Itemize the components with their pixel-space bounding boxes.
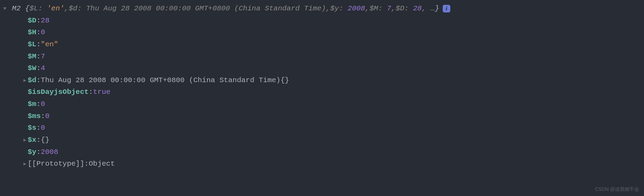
- property-value: 0: [45, 110, 49, 122]
- property-key: $H: [28, 27, 36, 39]
- property-key: $s: [28, 122, 36, 134]
- property-value: {}: [41, 134, 49, 146]
- property-row[interactable]: ▶ $M: 7: [0, 51, 644, 63]
- preview-comma: ,: [365, 3, 370, 15]
- preview-item-4: $D: 28: [396, 3, 422, 15]
- property-key: $M: [28, 51, 36, 63]
- property-key: $ms: [28, 110, 41, 122]
- property-key: $d: [28, 75, 36, 87]
- property-row[interactable]: ▶ $m: 0: [0, 98, 644, 110]
- property-row[interactable]: ▶ $s: 0: [0, 122, 644, 134]
- property-key: $isDayjsObject: [28, 86, 89, 98]
- property-key: $x: [28, 134, 36, 146]
- watermark: CSDN @这我都不会: [595, 185, 639, 193]
- prototype-row[interactable]: ▶ [[Prototype]]: Object: [0, 158, 644, 170]
- property-key: $m: [28, 98, 36, 110]
- property-value: 0: [41, 98, 45, 110]
- property-value: true: [93, 86, 110, 98]
- property-value: 7: [41, 51, 45, 63]
- property-value: 0: [41, 122, 45, 134]
- property-key: [[Prototype]]: [28, 158, 84, 170]
- property-row[interactable]: ▶ $ms: 0: [0, 110, 644, 122]
- property-row[interactable]: ▶ $x: {}: [0, 134, 644, 146]
- property-value: 4: [41, 62, 45, 75]
- property-key: $D: [28, 15, 36, 27]
- preview-item-1: $d: Thu Aug 28 2008 00:00:00 GMT+0800 (C…: [68, 3, 326, 15]
- property-suffix: {}: [280, 75, 289, 87]
- preview-item-2: $y: 2008: [330, 3, 365, 15]
- property-row[interactable]: ▶ $H: 0: [0, 27, 644, 39]
- property-row[interactable]: ▶ $W: 4: [0, 62, 644, 75]
- property-value: 0: [41, 27, 45, 39]
- property-row[interactable]: ▶ $L: "en": [0, 39, 644, 51]
- property-row[interactable]: ▶ $isDayjsObject: true: [0, 86, 644, 98]
- expand-arrow-right-icon[interactable]: ▶: [22, 160, 28, 168]
- preview-item-0: $L: 'en': [29, 3, 64, 15]
- preview-comma: ,: [64, 3, 69, 15]
- property-key: $W: [28, 62, 36, 75]
- property-value: 2008: [41, 146, 58, 158]
- class-name: M2: [12, 3, 21, 15]
- preview-comma: ,: [391, 3, 396, 15]
- property-row[interactable]: ▶ $d: Thu Aug 28 2008 00:00:00 GMT+0800 …: [0, 75, 644, 87]
- expand-arrow-right-icon[interactable]: ▶: [22, 136, 28, 144]
- property-value: Object: [89, 158, 115, 170]
- property-row[interactable]: ▶ $y: 2008: [0, 146, 644, 158]
- property-value: 28: [41, 15, 49, 27]
- property-value: "en": [41, 39, 58, 51]
- preview-item-3: $M: 7: [369, 3, 391, 15]
- expand-arrow-right-icon[interactable]: ▶: [22, 77, 28, 85]
- property-key: $L: [28, 39, 36, 51]
- brace-open: {: [25, 3, 29, 15]
- info-badge-icon[interactable]: i: [443, 5, 450, 12]
- expand-arrow-down-icon[interactable]: ▼: [2, 5, 8, 13]
- preview-comma: ,: [326, 3, 330, 15]
- object-summary-row[interactable]: ▼ M2 { $L: 'en' , $d: Thu Aug 28 2008 00…: [0, 3, 644, 15]
- property-key: $y: [28, 146, 36, 158]
- property-value: Thu Aug 28 2008 00:00:00 GMT+0800 (China…: [41, 75, 280, 87]
- preview-ellipsis: , …: [422, 3, 435, 15]
- brace-close: }: [435, 3, 439, 15]
- property-row[interactable]: ▶ $D: 28: [0, 15, 644, 27]
